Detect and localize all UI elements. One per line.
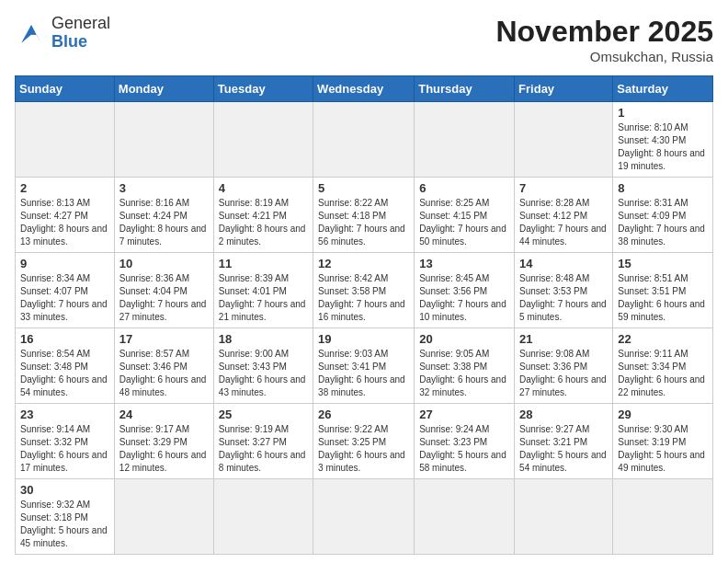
day-info: Sunrise: 8:34 AM Sunset: 4:07 PM Dayligh… [20, 272, 109, 324]
day-number: 7 [519, 181, 608, 195]
calendar-cell: 16Sunrise: 8:54 AM Sunset: 3:48 PM Dayli… [16, 328, 115, 404]
weekday-header: Saturday [613, 76, 713, 102]
logo-icon [15, 17, 48, 50]
day-number: 19 [318, 332, 409, 346]
day-info: Sunrise: 8:39 AM Sunset: 4:01 PM Dayligh… [219, 272, 308, 324]
calendar-cell: 8Sunrise: 8:31 AM Sunset: 4:09 PM Daylig… [613, 178, 713, 253]
logo: General Blue [15, 15, 110, 52]
day-info: Sunrise: 8:25 AM Sunset: 4:15 PM Dayligh… [419, 197, 509, 248]
calendar-cell: 7Sunrise: 8:28 AM Sunset: 4:12 PM Daylig… [515, 178, 613, 253]
calendar-cell: 4Sunrise: 8:19 AM Sunset: 4:21 PM Daylig… [213, 178, 313, 253]
calendar-cell [313, 479, 415, 555]
day-number: 24 [119, 408, 209, 421]
calendar-cell: 15Sunrise: 8:51 AM Sunset: 3:51 PM Dayli… [613, 253, 713, 328]
title-area: November 2025 Omsukchan, Russia [495, 15, 713, 64]
day-info: Sunrise: 8:48 AM Sunset: 3:53 PM Dayligh… [519, 272, 608, 324]
calendar-week-row: 23Sunrise: 9:14 AM Sunset: 3:32 PM Dayli… [16, 404, 713, 479]
calendar-cell [313, 102, 415, 178]
calendar-cell [213, 479, 313, 555]
calendar-cell: 19Sunrise: 9:03 AM Sunset: 3:41 PM Dayli… [313, 328, 415, 404]
day-number: 13 [419, 257, 509, 270]
calendar-cell: 23Sunrise: 9:14 AM Sunset: 3:32 PM Dayli… [16, 404, 115, 479]
weekday-header: Tuesday [213, 76, 313, 102]
day-info: Sunrise: 9:27 AM Sunset: 3:21 PM Dayligh… [519, 423, 608, 475]
calendar-cell: 2Sunrise: 8:13 AM Sunset: 4:27 PM Daylig… [16, 178, 115, 253]
calendar-cell: 20Sunrise: 9:05 AM Sunset: 3:38 PM Dayli… [415, 328, 515, 404]
calendar-cell: 6Sunrise: 8:25 AM Sunset: 4:15 PM Daylig… [415, 178, 515, 253]
calendar-cell: 24Sunrise: 9:17 AM Sunset: 3:29 PM Dayli… [114, 404, 213, 479]
calendar-cell [16, 102, 115, 178]
day-info: Sunrise: 9:00 AM Sunset: 3:43 PM Dayligh… [219, 348, 308, 399]
calendar-cell: 22Sunrise: 9:11 AM Sunset: 3:34 PM Dayli… [613, 328, 713, 404]
calendar-cell: 25Sunrise: 9:19 AM Sunset: 3:27 PM Dayli… [213, 404, 313, 479]
day-number: 12 [318, 257, 409, 270]
day-info: Sunrise: 9:11 AM Sunset: 3:34 PM Dayligh… [618, 348, 708, 399]
day-number: 8 [618, 181, 708, 195]
day-number: 16 [20, 332, 109, 346]
calendar-cell: 14Sunrise: 8:48 AM Sunset: 3:53 PM Dayli… [515, 253, 613, 328]
day-info: Sunrise: 9:14 AM Sunset: 3:32 PM Dayligh… [20, 423, 109, 475]
day-info: Sunrise: 8:31 AM Sunset: 4:09 PM Dayligh… [618, 197, 708, 248]
weekday-header: Friday [515, 76, 613, 102]
weekday-header-row: SundayMondayTuesdayWednesdayThursdayFrid… [16, 76, 713, 102]
calendar-cell: 5Sunrise: 8:22 AM Sunset: 4:18 PM Daylig… [313, 178, 415, 253]
calendar-cell [415, 102, 515, 178]
day-info: Sunrise: 8:19 AM Sunset: 4:21 PM Dayligh… [219, 197, 308, 248]
day-info: Sunrise: 8:10 AM Sunset: 4:30 PM Dayligh… [618, 121, 708, 173]
day-info: Sunrise: 8:51 AM Sunset: 3:51 PM Dayligh… [618, 272, 708, 324]
weekday-header: Sunday [16, 76, 115, 102]
day-number: 29 [618, 408, 708, 421]
day-number: 17 [119, 332, 209, 346]
calendar-cell: 28Sunrise: 9:27 AM Sunset: 3:21 PM Dayli… [515, 404, 613, 479]
weekday-header: Monday [114, 76, 213, 102]
calendar-cell [213, 102, 313, 178]
calendar-cell [515, 102, 613, 178]
day-info: Sunrise: 8:16 AM Sunset: 4:24 PM Dayligh… [119, 197, 209, 248]
month-title: November 2025 [495, 15, 713, 49]
calendar-cell [515, 479, 613, 555]
calendar-cell: 1Sunrise: 8:10 AM Sunset: 4:30 PM Daylig… [613, 102, 713, 178]
calendar-cell: 17Sunrise: 8:57 AM Sunset: 3:46 PM Dayli… [114, 328, 213, 404]
calendar-cell: 13Sunrise: 8:45 AM Sunset: 3:56 PM Dayli… [415, 253, 515, 328]
day-number: 27 [419, 408, 509, 421]
day-number: 30 [20, 483, 109, 497]
day-number: 1 [618, 106, 708, 120]
day-number: 14 [519, 257, 608, 270]
day-number: 20 [419, 332, 509, 346]
header: General Blue November 2025 Omsukchan, Ru… [15, 15, 713, 64]
day-info: Sunrise: 8:45 AM Sunset: 3:56 PM Dayligh… [419, 272, 509, 324]
day-number: 23 [20, 408, 109, 421]
day-number: 18 [219, 332, 308, 346]
day-number: 10 [119, 257, 209, 270]
calendar-cell: 18Sunrise: 9:00 AM Sunset: 3:43 PM Dayli… [213, 328, 313, 404]
calendar-cell: 21Sunrise: 9:08 AM Sunset: 3:36 PM Dayli… [515, 328, 613, 404]
day-number: 3 [119, 181, 209, 195]
day-info: Sunrise: 9:17 AM Sunset: 3:29 PM Dayligh… [119, 423, 209, 475]
day-info: Sunrise: 9:30 AM Sunset: 3:19 PM Dayligh… [618, 423, 708, 475]
location: Omsukchan, Russia [495, 49, 713, 64]
calendar-cell: 29Sunrise: 9:30 AM Sunset: 3:19 PM Dayli… [613, 404, 713, 479]
logo-text: General Blue [51, 15, 110, 52]
day-number: 26 [318, 408, 409, 421]
day-number: 4 [219, 181, 308, 195]
calendar-cell [415, 479, 515, 555]
calendar-cell: 26Sunrise: 9:22 AM Sunset: 3:25 PM Dayli… [313, 404, 415, 479]
day-info: Sunrise: 9:05 AM Sunset: 3:38 PM Dayligh… [419, 348, 509, 399]
calendar-cell [114, 102, 213, 178]
day-info: Sunrise: 8:57 AM Sunset: 3:46 PM Dayligh… [119, 348, 209, 399]
calendar-cell: 9Sunrise: 8:34 AM Sunset: 4:07 PM Daylig… [16, 253, 115, 328]
calendar-cell: 3Sunrise: 8:16 AM Sunset: 4:24 PM Daylig… [114, 178, 213, 253]
day-info: Sunrise: 9:19 AM Sunset: 3:27 PM Dayligh… [219, 423, 308, 475]
logo-general: General [51, 15, 110, 33]
day-info: Sunrise: 8:28 AM Sunset: 4:12 PM Dayligh… [519, 197, 608, 248]
calendar-week-row: 9Sunrise: 8:34 AM Sunset: 4:07 PM Daylig… [16, 253, 713, 328]
day-info: Sunrise: 9:32 AM Sunset: 3:18 PM Dayligh… [20, 499, 109, 550]
svg-marker-1 [31, 25, 41, 43]
day-number: 21 [519, 332, 608, 346]
day-number: 25 [219, 408, 308, 421]
day-info: Sunrise: 9:22 AM Sunset: 3:25 PM Dayligh… [318, 423, 409, 475]
calendar-cell: 27Sunrise: 9:24 AM Sunset: 3:23 PM Dayli… [415, 404, 515, 479]
logo-blue: Blue [51, 33, 110, 52]
day-number: 22 [618, 332, 708, 346]
calendar: SundayMondayTuesdayWednesdayThursdayFrid… [15, 75, 713, 555]
